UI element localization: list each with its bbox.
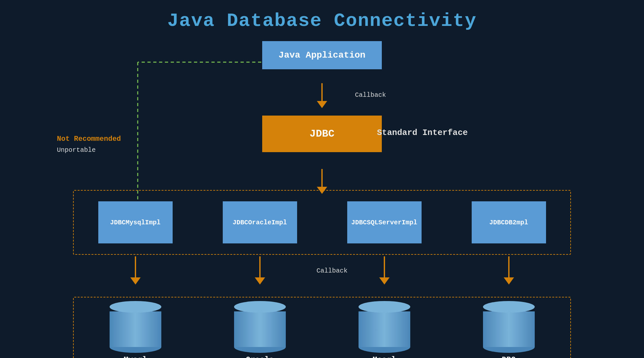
- db-body: [359, 311, 410, 347]
- db-group-mysql: Mysql: [98, 301, 173, 358]
- db-group-db2: DB2: [472, 301, 546, 358]
- content-area: Not Recommended Unportable Java Applicat…: [47, 41, 597, 358]
- db-top: [483, 301, 535, 313]
- db-top: [110, 301, 161, 313]
- arrow-line: [321, 169, 323, 187]
- arrow-head: [317, 101, 327, 108]
- arrow-head: [130, 277, 141, 285]
- db-body: [483, 311, 535, 347]
- db-cylinder-mssql: [352, 301, 417, 353]
- driver-box-oracle: JDBCOracleImpl: [223, 201, 297, 243]
- jdbc-box: JDBC: [262, 116, 382, 152]
- db-label-db2: DB2: [502, 355, 516, 358]
- arrow-db2-down: [472, 256, 546, 285]
- db-cylinder-db2: [477, 301, 541, 353]
- driver-oracle-label: JDBCOracleImpl: [232, 219, 287, 226]
- arrow-line: [135, 256, 136, 277]
- jdbc-label: JDBC: [310, 128, 335, 140]
- main-title: Java Database Connectivity: [167, 10, 477, 31]
- arrow-head: [255, 277, 265, 285]
- db-group-mssql: Mssql: [347, 301, 422, 358]
- db-cylinder-mysql: [103, 301, 168, 353]
- java-app-label: Java Application: [279, 50, 366, 60]
- db-label-mysql: Mysql: [123, 355, 147, 358]
- arrow-head: [504, 277, 514, 285]
- java-app-box: Java Application: [262, 41, 382, 69]
- db-body: [234, 311, 286, 347]
- arrow-java-to-jdbc: [317, 83, 327, 108]
- diagram-container: Java Database Connectivity Not Recommend…: [0, 0, 644, 358]
- driver-mysql-label: JDBCMysqlImpl: [110, 219, 160, 226]
- arrow-line: [259, 256, 261, 277]
- db-body: [110, 311, 161, 347]
- arrow-line: [384, 256, 385, 277]
- driver-box-sqlserver: JDBCSQLServerImpl: [347, 201, 422, 243]
- db-cylinder-oracle: [228, 301, 292, 353]
- db-group-oracle: Oracle: [223, 301, 297, 358]
- db-top: [234, 301, 286, 313]
- arrow-mysql-down: [98, 256, 173, 285]
- standard-interface-label: Standard Interface: [377, 128, 468, 138]
- driver-box-db2: JDBCDB2mpl: [472, 201, 546, 243]
- db-label-oracle: Oracle: [246, 355, 274, 358]
- arrow-head: [379, 277, 390, 285]
- db-label-mssql: Mssql: [372, 355, 396, 358]
- arrow-line: [508, 256, 510, 277]
- arrow-sqlserver-down: [347, 256, 422, 285]
- arrow-line: [321, 83, 323, 101]
- callback-top-label: Callback: [355, 91, 386, 99]
- unportable-label: Unportable: [57, 146, 96, 154]
- databases-row: Mysql Oracle Mssql: [73, 300, 571, 358]
- arrow-oracle-down: [223, 256, 297, 285]
- driver-db2-label: JDBCDB2mpl: [489, 219, 528, 226]
- db-top: [359, 301, 410, 313]
- driver-sqlserver-label: JDBCSQLServerImpl: [351, 219, 417, 226]
- callback-mid-label: Callback: [317, 267, 348, 274]
- drivers-row: JDBCMysqlImpl JDBCOracleImpl JDBCSQLServ…: [73, 195, 571, 250]
- not-recommended-label: Not Recommended: [57, 135, 121, 143]
- driver-box-mysql: JDBCMysqlImpl: [98, 201, 173, 243]
